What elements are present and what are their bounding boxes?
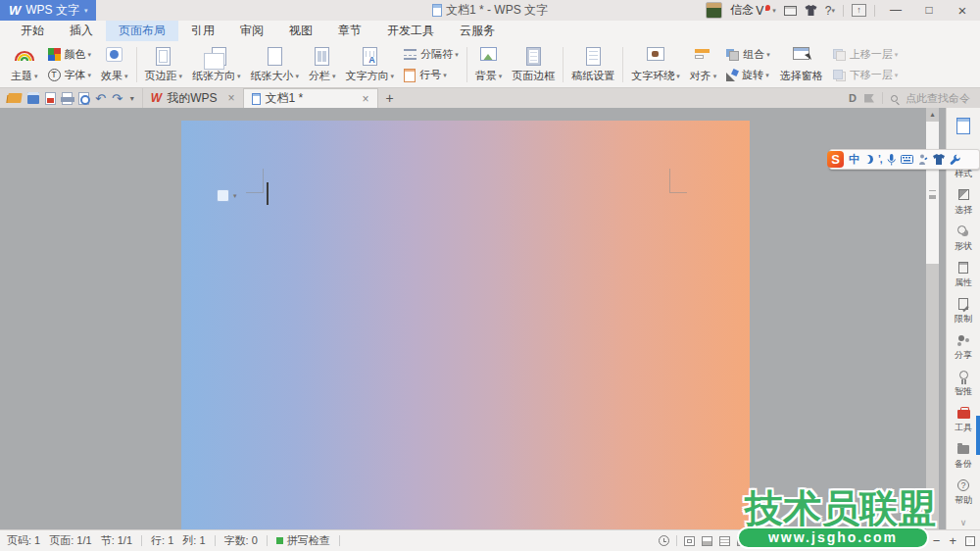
command-search-input[interactable]: 点此查找命令 (906, 91, 970, 106)
tab-home[interactable]: 开始 (8, 21, 57, 41)
history-icon[interactable] (659, 535, 669, 546)
collapse-ribbon-button[interactable]: ↑ (852, 4, 866, 17)
text-wrap-button[interactable]: 文字环绕▾ (626, 43, 685, 86)
status-word-count[interactable]: 字数: 0 (224, 533, 258, 548)
sidebar-item-help[interactable]: ? 帮助 (947, 475, 980, 511)
maximize-button[interactable]: □ (916, 0, 942, 21)
close-button[interactable]: × (950, 0, 975, 21)
export-pdf-button[interactable] (45, 92, 56, 105)
switch-window-icon[interactable] (864, 94, 874, 103)
new-document-icon[interactable] (956, 118, 970, 134)
tab-references[interactable]: 引用 (178, 21, 227, 41)
print-preview-button[interactable] (78, 92, 89, 105)
align-icon (695, 47, 710, 61)
paste-options-tag[interactable] (217, 189, 229, 202)
zoom-in-button[interactable]: + (949, 533, 956, 548)
sidebar-item-select[interactable]: 选择 (947, 184, 980, 221)
margins-button[interactable]: 页边距▾ (140, 43, 188, 86)
group-button[interactable]: 组合▾ (724, 47, 772, 62)
tab-my-wps[interactable]: W 我的WPS × (142, 88, 243, 108)
save-button[interactable] (27, 92, 39, 104)
wps-menu-button[interactable]: W WPS 文字 ▾ (0, 0, 96, 21)
tab-review[interactable]: 审阅 (227, 21, 276, 41)
align-button[interactable]: 对齐▾ (685, 43, 722, 86)
sidebar-item-backup[interactable]: 备份 (947, 438, 980, 475)
ime-keyboard-button[interactable] (901, 155, 913, 164)
tab-view[interactable]: 视图 (276, 21, 325, 41)
ime-toolbox-button[interactable] (950, 154, 960, 165)
rotate-button[interactable]: 旋转▾ (724, 68, 772, 82)
sidebar-item-properties[interactable]: 属性 (947, 257, 980, 293)
ribbon-group-theme: 主题▾ 颜色▾ T 字体▾ 效果▾ (6, 43, 133, 86)
redo-button[interactable]: ↷ (112, 91, 122, 106)
fonts-button[interactable]: T 字体▾ (46, 68, 94, 82)
open-button[interactable] (8, 93, 22, 103)
tab-insert[interactable]: 插入 (57, 21, 106, 41)
vertical-scrollbar[interactable]: ▴ ▾ (926, 108, 939, 529)
send-backward-button[interactable]: 下移一层▾ (831, 68, 901, 82)
sidebar-item-tools[interactable]: 工具 (947, 402, 980, 438)
background-button[interactable]: 背景▾ (470, 43, 508, 86)
doc-mode-icon[interactable]: D (849, 92, 857, 104)
rotate-icon (726, 70, 738, 81)
zoom-out-button[interactable]: − (933, 533, 941, 548)
vip-flame-icon (765, 5, 770, 11)
ime-fullwidth-button[interactable] (864, 155, 873, 164)
dropdown-arrow-icon: ▾ (391, 73, 395, 80)
page-border-button[interactable]: 页面边框 (507, 43, 560, 86)
feedback-button[interactable] (784, 6, 797, 16)
tab-page-layout[interactable]: 页面布局 (106, 21, 178, 41)
skin-button[interactable] (805, 5, 817, 16)
new-tab-button[interactable]: + (378, 88, 402, 108)
paper-size-icon (268, 47, 282, 66)
dropdown-arrow-icon: ▾ (831, 7, 835, 15)
group-rotate-substack: 组合▾ 旋转▾ (721, 43, 775, 86)
outline-view-icon[interactable] (719, 536, 730, 546)
columns-button[interactable]: 分栏▾ (304, 43, 341, 86)
sidebar-item-restrict[interactable]: 限制 (947, 293, 980, 329)
theme-button[interactable]: 主题▾ (6, 43, 43, 86)
sidebar-item-share[interactable]: 分享 (947, 329, 980, 366)
sidebar-more-chevron-icon[interactable]: ∨ (960, 518, 967, 527)
close-tab-icon[interactable]: × (228, 91, 235, 105)
ime-punctuation-button[interactable]: ’, (878, 154, 882, 165)
dropdown-arrow-icon: ▾ (676, 73, 680, 80)
undo-button[interactable]: ↶ (95, 91, 106, 106)
paper-size-button[interactable]: 纸张大小▾ (246, 43, 305, 86)
page-view-icon[interactable] (702, 536, 712, 546)
ime-voice-button[interactable] (887, 154, 896, 166)
dropdown-arrow-icon: ▾ (895, 51, 899, 59)
text-direction-button[interactable]: 文字方向▾ (341, 43, 400, 86)
tab-document1[interactable]: 文档1 * × (243, 88, 378, 108)
customize-quick-access-button[interactable]: ▾ (130, 94, 134, 103)
ime-handwriting-button[interactable] (918, 154, 928, 165)
ime-language-mode[interactable]: 中 (849, 152, 859, 167)
sidebar-item-smart-recommend[interactable]: 智推 (947, 366, 980, 402)
fit-page-icon[interactable] (965, 536, 975, 546)
colors-button[interactable]: 颜色▾ (46, 47, 94, 62)
dropdown-arrow-icon: ▾ (296, 73, 300, 80)
orientation-button[interactable]: 纸张方向▾ (187, 43, 246, 86)
tab-cloud[interactable]: 云服务 (447, 21, 508, 41)
user-avatar[interactable] (706, 2, 722, 19)
account-button[interactable]: 信念 V ▾ (730, 2, 776, 19)
minimize-button[interactable]: — (883, 0, 908, 21)
scrollbar-thumb[interactable] (926, 122, 939, 264)
help-button[interactable]: ? ▾ (825, 4, 835, 18)
bring-forward-button[interactable]: 上移一层▾ (831, 47, 901, 62)
tab-developer[interactable]: 开发工具 (374, 21, 447, 41)
ime-skin-button[interactable] (933, 154, 945, 165)
close-tab-icon[interactable]: × (363, 92, 369, 106)
spell-check-button[interactable]: 拼写检查 (276, 533, 330, 548)
manuscript-button[interactable]: 稿纸设置 (566, 43, 619, 86)
effects-button[interactable]: 效果▾ (96, 43, 133, 86)
sogou-logo-icon[interactable]: S (827, 151, 844, 168)
sidebar-item-shapes[interactable]: 形状 (947, 221, 980, 257)
print-button[interactable] (62, 92, 73, 105)
fullscreen-view-icon[interactable] (684, 536, 695, 546)
selection-pane-button[interactable]: 选择窗格 (775, 43, 828, 86)
breaks-button[interactable]: 分隔符▾ (402, 47, 461, 62)
tab-section[interactable]: 章节 (325, 21, 374, 41)
line-numbers-button[interactable]: 行号▾ (402, 68, 461, 82)
scroll-up-arrow[interactable]: ▴ (926, 108, 939, 121)
